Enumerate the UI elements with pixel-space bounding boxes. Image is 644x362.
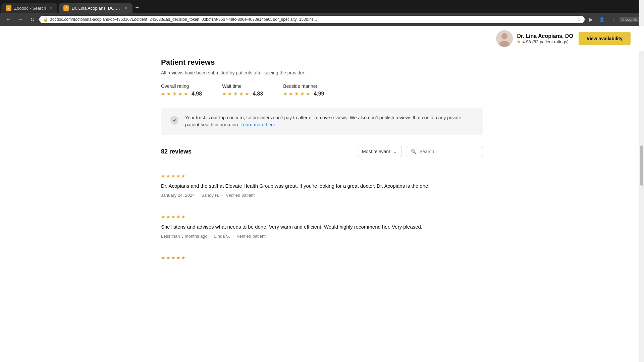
wait-time-category: Wait time ★ ★ ★ ★ ★ 4.83 (222, 83, 263, 97)
overall-rating-label: Overall rating (161, 83, 202, 89)
browser-toolbar: ← → ↻ 🔒 zocdoc.com/doctor/lina-acopians-… (0, 13, 644, 26)
reload-button[interactable]: ↻ (28, 15, 37, 24)
bedside-star-5: ★ (306, 91, 310, 97)
section-title: Patient reviews (161, 58, 483, 67)
shield-icon (169, 115, 180, 127)
review-1-date: January 24, 2024 (161, 193, 195, 198)
wait-star-2: ★ (228, 91, 232, 97)
review-2-meta: Less than 3 months ago · Linda S. · Veri… (161, 234, 483, 239)
review-1-meta: January 24, 2024 · Sandy H. · Verified p… (161, 193, 483, 198)
star-4: ★ (178, 91, 182, 97)
wait-time-label: Wait time (222, 83, 263, 89)
address-bar[interactable]: 🔒 zocdoc.com/doctor/lina-acopians-do-436… (39, 16, 585, 23)
extensions-button[interactable]: ▶ (587, 16, 595, 23)
tab-doctor[interactable]: Z Dr. Lina Acopians, DO, Glendale... ✕ (59, 3, 132, 13)
review-2-date: Less than 3 months ago (161, 234, 208, 239)
doctor-info: Dr. Lina Acopians, DO ★ 4.98 (82 patient… (496, 30, 573, 47)
new-tab-button[interactable]: + (132, 3, 142, 13)
overall-rating-stars: ★ ★ ★ ★ ★ 4.98 (161, 91, 202, 97)
review-1-reviewer: Sandy H. (201, 193, 219, 198)
chevron-down-icon: ⌄ (393, 149, 397, 154)
star-3: ★ (172, 91, 177, 97)
ratings-grid: Overall rating ★ ★ ★ ★ ★ 4.98 Wait time … (161, 83, 483, 97)
address-text: zocdoc.com/doctor/lina-acopians-do-43631… (50, 17, 575, 22)
doctor-name: Dr. Lina Acopians, DO (517, 33, 573, 39)
bedside-manner-stars: ★ ★ ★ ★ ★ 4.99 (283, 91, 324, 97)
rating-count: (82 patient ratings) (532, 39, 569, 44)
wait-star-1: ★ (222, 91, 226, 97)
doctor-rating: ★ 4.98 (82 patient ratings) (517, 39, 573, 44)
sort-label: Most relevant (362, 149, 390, 154)
trust-box: Your trust is our top concern, so provid… (161, 108, 483, 135)
lock-icon: 🔒 (43, 17, 48, 22)
doctor-avatar (496, 30, 513, 47)
overall-rating-value: 4.98 (192, 91, 202, 97)
sticky-header: Dr. Lina Acopians, DO ★ 4.98 (82 patient… (0, 26, 644, 51)
bedside-star-1: ★ (283, 91, 287, 97)
review-item: ★ ★ ★ ★ ★ (161, 247, 483, 272)
tab-favicon-search: Z (6, 5, 11, 11)
search-box[interactable]: 🔍 (406, 146, 483, 157)
review-1-stars: ★ ★ ★ ★ ★ (161, 173, 483, 179)
review-2-stars: ★ ★ ★ ★ ★ (161, 214, 483, 220)
browser-actions: ▶ 👤 ⋮ Incognito (587, 16, 640, 23)
wait-star-4: ★ (239, 91, 244, 97)
bedside-star-3: ★ (294, 91, 299, 97)
review-2-reviewer: Linda S. (214, 234, 230, 239)
bedside-manner-label: Bedside manner (283, 83, 324, 89)
tab-search[interactable]: Z Zocdoc - Search ✕ (1, 3, 57, 13)
search-input[interactable] (419, 149, 478, 154)
doctor-details: Dr. Lina Acopians, DO ★ 4.98 (82 patient… (517, 33, 573, 44)
reviews-list: ★ ★ ★ ★ ★ Dr. Acopians and the staff at … (161, 165, 483, 272)
rating-value: 4.98 (522, 39, 531, 44)
trust-text: Your trust is our top concern, so provid… (185, 114, 475, 128)
search-icon: 🔍 (411, 149, 417, 154)
tab-title-search: Zocdoc - Search (14, 6, 46, 11)
review-2-text: She listens and advises what needs to be… (161, 223, 483, 231)
trust-link[interactable]: Learn more here (240, 122, 275, 127)
bookmark-icon[interactable]: ☆ (577, 17, 581, 22)
review-item: ★ ★ ★ ★ ★ Dr. Acopians and the staff at … (161, 165, 483, 206)
tab-close-doctor[interactable]: ✕ (124, 5, 128, 11)
browser-tabs: Z Zocdoc - Search ✕ Z Dr. Lina Acopians,… (0, 0, 644, 13)
more-button[interactable]: ⋮ (609, 16, 618, 23)
back-button[interactable]: ← (4, 15, 13, 24)
incognito-badge: Incognito (620, 17, 640, 22)
review-3-stars: ★ ★ ★ ★ ★ (161, 255, 483, 260)
tab-title-doctor: Dr. Lina Acopians, DO, Glendale... (71, 6, 121, 11)
section-subtitle: All reviews have been submitted by patie… (161, 70, 483, 75)
review-1-text: Dr. Acopians and the staff at Elevate He… (161, 182, 483, 190)
bedside-star-2: ★ (289, 91, 293, 97)
star-5: ★ (184, 91, 188, 97)
wait-star-5: ★ (245, 91, 249, 97)
overall-rating-category: Overall rating ★ ★ ★ ★ ★ 4.98 (161, 83, 202, 97)
bedside-manner-value: 4.99 (314, 91, 324, 97)
reviews-controls: Most relevant ⌄ 🔍 (357, 146, 483, 157)
svg-point-1 (501, 33, 507, 39)
star-2: ★ (167, 91, 171, 97)
bedside-manner-category: Bedside manner ★ ★ ★ ★ ★ 4.99 (283, 83, 324, 97)
forward-button[interactable]: → (16, 15, 25, 24)
profile-button[interactable]: 👤 (597, 16, 607, 23)
review-1-verified: Verified patient (226, 193, 255, 198)
star-1: ★ (161, 91, 165, 97)
review-item: ★ ★ ★ ★ ★ She listens and advises what n… (161, 206, 483, 247)
view-availability-button[interactable]: View availability (579, 32, 631, 45)
reviews-count: 82 reviews (161, 148, 192, 155)
sort-dropdown[interactable]: Most relevant ⌄ (357, 146, 402, 157)
wait-star-3: ★ (233, 91, 238, 97)
reviews-header: 82 reviews Most relevant ⌄ 🔍 (161, 146, 483, 157)
wait-time-stars: ★ ★ ★ ★ ★ 4.83 (222, 91, 263, 97)
tab-favicon-doctor: Z (63, 5, 69, 11)
review-2-verified: Verified patient (237, 234, 266, 239)
bedside-star-4: ★ (300, 91, 305, 97)
trust-message: Your trust is our top concern, so provid… (185, 115, 461, 127)
scrollbar-thumb[interactable] (640, 145, 643, 186)
tab-close-search[interactable]: ✕ (49, 5, 53, 11)
wait-time-value: 4.83 (253, 91, 263, 97)
page-content: Patient reviews All reviews have been su… (148, 51, 496, 292)
rating-star: ★ (517, 39, 521, 44)
